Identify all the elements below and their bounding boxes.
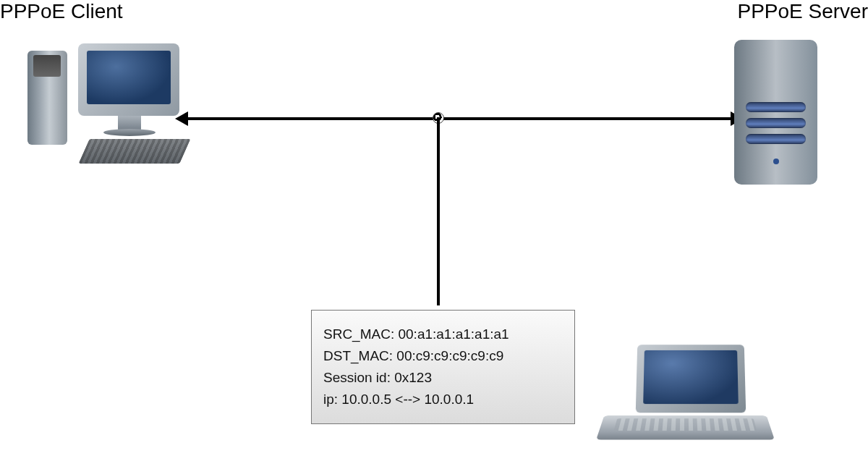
server-bay-icon (746, 102, 806, 112)
server-label: PPPoE Server (737, 0, 868, 23)
dst-mac-value: 00:c9:c9:c9:c9:c9 (396, 348, 503, 363)
link-client-server (188, 117, 731, 120)
session-id-value: 0x123 (394, 370, 432, 385)
monitor-icon (78, 43, 179, 116)
link-tap-to-laptop (437, 117, 440, 305)
desktop-tower-icon (27, 51, 67, 145)
session-id-row: Session id: 0x123 (323, 370, 563, 386)
src-mac-value: 00:a1:a1:a1:a1:a1 (398, 326, 509, 342)
session-id-key: Session id: (323, 370, 391, 385)
laptop-screen-icon (636, 345, 746, 413)
ip-key: ip: (323, 392, 338, 407)
network-diagram: PPPoE Client PPPoE Server SRC_MAC: 00:a1… (0, 0, 868, 456)
ip-row: ip: 10.0.0.5 <--> 10.0.0.1 (323, 392, 563, 408)
sniffer-laptop-icon (600, 344, 767, 452)
power-led-icon (773, 159, 779, 164)
packet-info-box: SRC_MAC: 00:a1:a1:a1:a1:a1 DST_MAC: 00:c… (311, 310, 575, 424)
monitor-base-icon (103, 129, 156, 136)
server-tower-icon (734, 40, 817, 185)
server-bay-icon (746, 118, 806, 128)
pppoe-server-icon (734, 40, 821, 192)
dst-mac-row: DST_MAC: 00:c9:c9:c9:c9:c9 (323, 348, 563, 364)
server-bay-icon (746, 134, 806, 144)
src-mac-key: SRC_MAC: (323, 326, 394, 342)
ip-value: 10.0.0.5 <--> 10.0.0.1 (341, 392, 474, 407)
pppoe-client-icon (27, 43, 194, 174)
dst-mac-key: DST_MAC: (323, 348, 393, 363)
laptop-base-icon (596, 415, 775, 439)
client-label: PPPoE Client (0, 0, 123, 23)
keyboard-icon (78, 139, 190, 164)
src-mac-row: SRC_MAC: 00:a1:a1:a1:a1:a1 (323, 326, 563, 342)
